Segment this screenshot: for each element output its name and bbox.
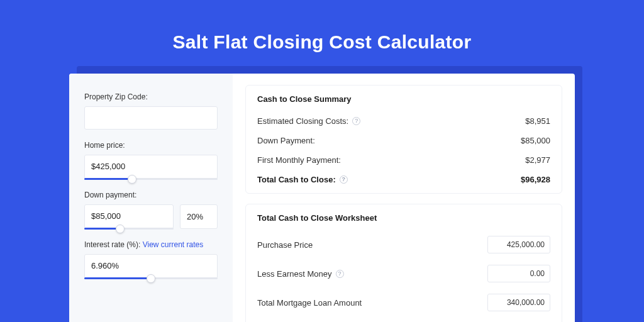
summary-row-value: $8,951 — [525, 116, 550, 126]
home-price-field-group: Home price: — [84, 141, 218, 179]
home-price-label: Home price: — [84, 141, 218, 150]
help-icon[interactable]: ? — [352, 117, 360, 125]
summary-row: Down Payment:$85,000 — [257, 131, 550, 150]
worksheet-row-input[interactable] — [487, 294, 550, 311]
help-icon[interactable]: ? — [336, 270, 344, 278]
interest-slider[interactable] — [84, 254, 218, 279]
worksheet-row-label: Total Mortgage Loan Amount — [257, 298, 362, 308]
summary-row-label: Total Cash to Close:? — [257, 175, 348, 184]
down-payment-label: Down payment: — [84, 191, 218, 199]
summary-rows: Estimated Closing Costs:?$8,951Down Paym… — [257, 111, 550, 189]
page-title: Salt Flat Closing Cost Calculator — [0, 31, 644, 53]
worksheet-row-input[interactable] — [487, 265, 550, 282]
summary-row-value: $85,000 — [521, 136, 550, 145]
zip-input[interactable] — [84, 106, 218, 130]
summary-row-label-text: Estimated Closing Costs: — [257, 116, 348, 126]
worksheet-row: Total Second Mortgage Amount — [257, 317, 550, 322]
worksheet-row-label: Less Earnest Money? — [257, 269, 344, 279]
slider-fill — [84, 277, 151, 279]
summary-row-label: Down Payment: — [257, 136, 315, 145]
inputs-column: Property Zip Code: Home price: Down paym… — [69, 74, 233, 322]
calculator-card: Property Zip Code: Home price: Down paym… — [69, 74, 575, 322]
slider-thumb[interactable] — [128, 175, 136, 184]
slider-thumb[interactable] — [116, 225, 125, 233]
summary-row-label-text: First Monthly Payment: — [257, 155, 341, 165]
worksheet-row-label-text: Total Mortgage Loan Amount — [257, 298, 362, 308]
home-price-input[interactable] — [84, 155, 218, 179]
worksheet-title: Total Cash to Close Worksheet — [257, 213, 550, 223]
summary-panel: Cash to Close Summary Estimated Closing … — [245, 85, 562, 194]
worksheet-rows: Purchase PriceLess Earnest Money?Total M… — [257, 230, 550, 322]
worksheet-row-input[interactable] — [487, 236, 550, 253]
summary-row-value: $96,928 — [521, 175, 550, 184]
summary-row-label: Estimated Closing Costs:? — [257, 116, 360, 126]
worksheet-row-label: Purchase Price — [257, 240, 313, 250]
worksheet-panel: Total Cash to Close Worksheet Purchase P… — [245, 204, 562, 322]
interest-field-group: Interest rate (%): View current rates — [84, 240, 218, 279]
hero: Salt Flat Closing Cost Calculator — [0, 0, 644, 53]
interest-label: Interest rate (%): View current rates — [84, 240, 218, 249]
summary-row: Estimated Closing Costs:?$8,951 — [257, 111, 550, 131]
zip-label: Property Zip Code: — [84, 92, 218, 101]
summary-row-label: First Monthly Payment: — [257, 155, 341, 165]
down-payment-field-group: Down payment: — [84, 191, 218, 229]
results-column: Cash to Close Summary Estimated Closing … — [233, 74, 575, 322]
view-rates-link[interactable]: View current rates — [143, 240, 204, 249]
worksheet-row: Purchase Price — [257, 230, 550, 259]
summary-row-label-text: Down Payment: — [257, 136, 315, 145]
summary-row: First Monthly Payment:$2,977 — [257, 150, 550, 170]
summary-row-label-text: Total Cash to Close: — [257, 175, 336, 184]
down-payment-slider[interactable] — [84, 204, 174, 229]
down-payment-input[interactable] — [84, 204, 174, 229]
down-payment-pct-input[interactable] — [180, 204, 218, 229]
summary-row-value: $2,977 — [525, 155, 550, 165]
worksheet-row: Total Mortgage Loan Amount — [257, 288, 550, 317]
worksheet-row-label-text: Less Earnest Money — [257, 269, 332, 279]
calculator-stage: Property Zip Code: Home price: Down paym… — [69, 66, 575, 322]
slider-fill — [84, 178, 132, 180]
worksheet-row-label-text: Purchase Price — [257, 240, 313, 250]
worksheet-row: Less Earnest Money? — [257, 259, 550, 288]
home-price-slider[interactable] — [84, 155, 218, 179]
slider-fill — [84, 228, 120, 230]
zip-field-group: Property Zip Code: — [84, 92, 218, 130]
interest-label-text: Interest rate (%): — [84, 240, 143, 249]
help-icon[interactable]: ? — [340, 175, 348, 184]
summary-row: Total Cash to Close:?$96,928 — [257, 170, 550, 189]
summary-title: Cash to Close Summary — [257, 94, 550, 104]
slider-thumb[interactable] — [147, 274, 155, 283]
